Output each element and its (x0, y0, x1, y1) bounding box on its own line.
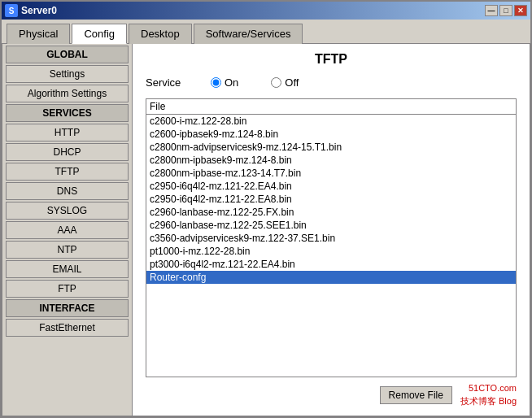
main-window: S Server0 — □ ✕ Physical Config Desktop … (0, 0, 532, 418)
file-item[interactable]: pt3000-i6q4l2-mz.121-22.EA4.bin (146, 258, 516, 271)
file-list[interactable]: c2600-i-mz.122-28.binc2600-ipbasek9-mz.1… (146, 115, 516, 377)
file-item[interactable]: c2600-i-mz.122-28.bin (146, 115, 516, 128)
file-item[interactable]: c2960-lanbase-mz.122-25.SEE1.bin (146, 219, 516, 232)
app-icon: S (5, 4, 18, 17)
main-panel: TFTP Service On Off File (133, 44, 530, 416)
sidebar-scroll: GLOBAL Settings Algorithm Settings SERVI… (2, 44, 132, 416)
sidebar-item-dns[interactable]: DNS (6, 182, 129, 200)
maximize-button[interactable]: □ (499, 5, 512, 16)
watermark: 51CTO.com 技术博客 Blog (460, 382, 517, 407)
sidebar-item-ftp[interactable]: FTP (6, 280, 129, 298)
file-area: File c2600-i-mz.122-28.binc2600-ipbasek9… (146, 98, 517, 377)
sidebar-item-http[interactable]: HTTP (6, 124, 129, 142)
file-item[interactable]: c2800nm-ipbasek9-mz.124-8.bin (146, 154, 516, 167)
radio-off-label: Off (285, 76, 299, 89)
title-bar: S Server0 — □ ✕ (2, 2, 530, 20)
section-header-interface: INTERFACE (6, 299, 129, 317)
section-header-services: SERVICES (6, 104, 129, 122)
watermark-line2: 技术博客 Blog (460, 395, 517, 407)
bottom-bar: Remove File 51CTO.com 技术博客 Blog (146, 382, 517, 407)
file-item[interactable]: c2800nm-ipbase-mz.123-14.T7.bin (146, 167, 516, 180)
content-area: GLOBAL Settings Algorithm Settings SERVI… (2, 43, 530, 416)
title-bar-title: S Server0 (5, 4, 57, 17)
tab-bar: Physical Config Desktop Software/Service… (2, 20, 530, 43)
sidebar-item-fastethernet[interactable]: FastEthernet (6, 319, 129, 337)
file-column-header: File (150, 101, 165, 112)
sidebar-item-syslog[interactable]: SYSLOG (6, 202, 129, 220)
radio-off-option[interactable]: Off (271, 76, 299, 89)
file-item[interactable]: c3560-advipservicesk9-mz.122-37.SE1.bin (146, 232, 516, 245)
file-item[interactable]: c2950-i6q4l2-mz.121-22.EA4.bin (146, 180, 516, 193)
sidebar-item-tftp[interactable]: TFTP (6, 163, 129, 181)
window-title: Server0 (21, 5, 57, 16)
file-item[interactable]: c2800nm-advipservicesk9-mz.124-15.T1.bin (146, 141, 516, 154)
radio-group: On Off (211, 76, 299, 89)
radio-on-input[interactable] (211, 77, 221, 88)
sidebar-item-ntp[interactable]: NTP (6, 241, 129, 259)
remove-file-button[interactable]: Remove File (380, 386, 452, 404)
close-button[interactable]: ✕ (514, 5, 527, 16)
section-header-global: GLOBAL (6, 46, 129, 63)
service-row: Service On Off (146, 76, 517, 89)
service-label: Service (146, 76, 194, 89)
tab-software-services[interactable]: Software/Services (194, 24, 303, 44)
file-item[interactable]: Router-confg (146, 271, 516, 284)
sidebar-item-dhcp[interactable]: DHCP (6, 143, 129, 161)
file-item[interactable]: c2950-i6q4l2-mz.121-22.EA8.bin (146, 193, 516, 206)
tab-config[interactable]: Config (72, 24, 127, 44)
sidebar-item-settings[interactable]: Settings (6, 65, 129, 83)
tab-physical[interactable]: Physical (7, 24, 70, 44)
file-item[interactable]: c2600-ipbasek9-mz.124-8.bin (146, 128, 516, 141)
sidebar-item-algorithm-settings[interactable]: Algorithm Settings (6, 85, 129, 102)
sidebar: GLOBAL Settings Algorithm Settings SERVI… (2, 44, 133, 416)
title-bar-buttons: — □ ✕ (485, 5, 527, 16)
radio-on-option[interactable]: On (211, 76, 238, 89)
panel-title: TFTP (146, 52, 517, 67)
radio-off-input[interactable] (271, 77, 281, 88)
minimize-button[interactable]: — (485, 5, 498, 16)
file-item[interactable]: pt1000-i-mz.122-28.bin (146, 245, 516, 258)
watermark-line1: 51CTO.com (460, 382, 517, 394)
file-header: File (146, 99, 516, 115)
file-item[interactable]: c2960-lanbase-mz.122-25.FX.bin (146, 206, 516, 219)
sidebar-item-email[interactable]: EMAIL (6, 260, 129, 278)
tab-desktop[interactable]: Desktop (129, 24, 192, 44)
radio-on-label: On (225, 76, 238, 89)
sidebar-item-aaa[interactable]: AAA (6, 221, 129, 239)
